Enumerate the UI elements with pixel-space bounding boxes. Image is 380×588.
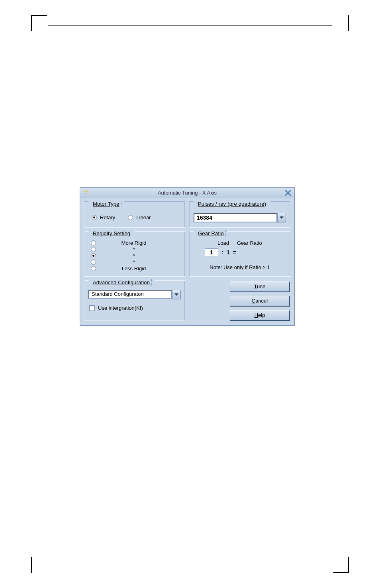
rigidity-group: Regidity Setting More Rigid ^ ^ ^ <box>84 231 185 277</box>
gear-ratio-group: Gear Ratio Load Gear Ratio 1 : 1 = Note:… <box>189 231 290 277</box>
radio-icon <box>92 215 97 220</box>
close-icon[interactable] <box>284 189 292 197</box>
motor-linear-option[interactable]: Linear <box>128 214 151 221</box>
crop-mark-br <box>333 557 349 573</box>
gear-load-input[interactable]: 1 <box>205 248 218 256</box>
rigidity-less-label: Less Rigid <box>99 265 181 271</box>
rigidity-option-4[interactable]: ^ <box>91 259 181 265</box>
rigidity-caret: ^ <box>99 246 181 252</box>
automatic-tuning-dialog: Automatic Tuning - X Axis Motor Type Rot… <box>80 187 295 326</box>
chevron-down-icon <box>280 216 284 219</box>
help-rest: elp <box>258 312 265 318</box>
motor-linear-label: Linear <box>135 214 151 220</box>
pulses-combo[interactable]: 16384 <box>194 213 286 222</box>
gear-equals: = <box>233 249 236 256</box>
tune-button[interactable]: Tune <box>230 281 290 292</box>
crop-mark-bl <box>31 557 47 573</box>
app-icon <box>82 189 89 196</box>
dialog-buttons: Tune Cancel Help <box>189 280 290 321</box>
cancel-accel: C <box>252 298 255 304</box>
radio-icon <box>91 260 96 265</box>
advanced-legend: Advanced Configuration <box>88 279 154 285</box>
radio-icon <box>91 247 96 252</box>
rigidity-more-label: More Rigid <box>99 240 181 246</box>
rigidity-caret: ^ <box>99 253 181 259</box>
tune-rest: une <box>257 283 266 289</box>
cancel-rest: ancel <box>255 298 268 304</box>
pulses-legend: Pulses / rev (pre quadrature) <box>194 201 270 207</box>
svg-point-2 <box>85 193 86 195</box>
rigidity-legend: Regidity Setting <box>88 230 135 236</box>
gear-one: 1 <box>227 249 230 256</box>
chevron-down-icon <box>174 293 178 296</box>
radio-icon <box>128 215 133 220</box>
header-rule <box>48 25 332 26</box>
checkbox-icon[interactable] <box>89 305 95 311</box>
gear-load-label: Load <box>217 240 229 246</box>
rigidity-caret: ^ <box>99 259 181 265</box>
pulses-value[interactable]: 16384 <box>194 213 277 222</box>
tune-accel: T <box>254 283 257 289</box>
pulses-dropdown-button[interactable] <box>277 213 286 222</box>
svg-point-0 <box>84 191 85 192</box>
use-ki-label: Use intergration(KI) <box>98 305 143 311</box>
rigidity-option-3[interactable]: ^ <box>91 253 181 259</box>
motor-type-legend: Motor Type <box>88 201 124 207</box>
radio-icon <box>91 266 96 271</box>
titlebar-text: Automatic Tuning - X Axis <box>158 190 217 196</box>
rigidity-option-5[interactable]: Less Rigid <box>91 265 181 271</box>
cancel-button[interactable]: Cancel <box>230 296 290 306</box>
gear-ratio-label: Gear Ratio <box>237 240 262 246</box>
advanced-config-group: Advanced Configuration Standard Configur… <box>84 280 185 321</box>
use-ki-checkbox-row[interactable]: Use intergration(KI) <box>88 299 181 311</box>
motor-rotary-option[interactable]: Rotary <box>92 214 115 221</box>
advanced-dropdown-button[interactable] <box>172 290 181 299</box>
gear-ratio-row: 1 : 1 = <box>194 248 286 256</box>
help-button[interactable]: Help <box>230 310 290 321</box>
rigidity-option-2[interactable]: ^ <box>91 246 181 252</box>
svg-point-1 <box>86 191 88 192</box>
advanced-selected[interactable]: Standard Configuraton <box>88 290 172 299</box>
advanced-combo[interactable]: Standard Configuraton <box>88 290 181 299</box>
rigidity-option-1[interactable]: More Rigid <box>91 240 181 246</box>
titlebar[interactable]: Automatic Tuning - X Axis <box>80 188 294 198</box>
motor-type-group: Motor Type Rotary Linear <box>84 201 185 228</box>
dialog-body: Motor Type Rotary Linear Pulses / rev (p… <box>80 198 294 325</box>
gear-colon: : <box>221 249 223 256</box>
crop-mark-tl <box>31 15 47 31</box>
crop-mark-tr <box>333 15 349 31</box>
radio-icon <box>91 240 96 246</box>
gear-note: Note: Use only if Ratio > 1 <box>194 256 286 270</box>
radio-icon <box>91 253 96 258</box>
help-accel: H <box>255 312 258 318</box>
pulses-group: Pulses / rev (pre quadrature) 16384 <box>189 201 290 228</box>
gear-ratio-legend: Gear Ratio <box>194 230 228 236</box>
motor-rotary-label: Rotary <box>99 214 115 220</box>
